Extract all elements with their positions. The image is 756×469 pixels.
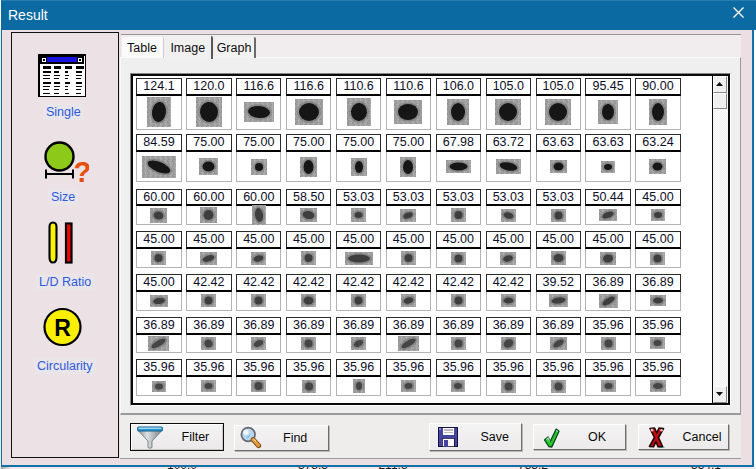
svg-text:R: R bbox=[54, 315, 71, 341]
svg-text:?: ? bbox=[74, 156, 90, 186]
